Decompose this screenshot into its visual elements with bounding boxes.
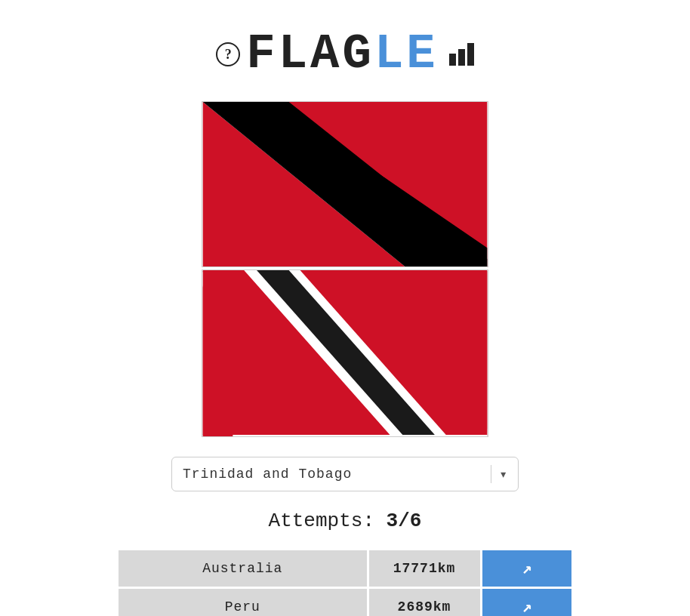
bar-2 bbox=[458, 49, 465, 66]
flag-display bbox=[202, 101, 488, 436]
app-title: FLAGLE bbox=[246, 30, 438, 79]
dropdown-selected-value: Trinidad and Tobago bbox=[183, 467, 483, 482]
title-flag: FLAG bbox=[246, 27, 374, 82]
table-row: Australia 17771km ↗ bbox=[119, 550, 571, 588]
country-dropdown[interactable]: Trinidad and Tobago ▾ bbox=[171, 457, 519, 491]
results-table: Australia 17771km ↗ Peru 2689km ↗ Trinid… bbox=[119, 550, 571, 616]
bar-3 bbox=[467, 43, 474, 66]
distance-cell: 2689km bbox=[368, 588, 481, 617]
direction-arrow-icon[interactable]: ↗ bbox=[512, 553, 542, 584]
flag-svg bbox=[202, 101, 488, 267]
country-cell: Peru bbox=[119, 588, 368, 617]
distance-cell: 17771km bbox=[368, 550, 481, 588]
table-row: Peru 2689km ↗ bbox=[119, 588, 571, 617]
dropdown-arrow-icon: ▾ bbox=[499, 466, 507, 482]
direction-cell[interactable]: ↗ bbox=[481, 550, 571, 588]
title-le: LE bbox=[374, 27, 439, 82]
country-dropdown-container: Trinidad and Tobago ▾ bbox=[171, 457, 519, 491]
stats-icon[interactable] bbox=[449, 43, 474, 66]
header: ? FLAGLE bbox=[216, 30, 473, 79]
dropdown-divider bbox=[491, 465, 491, 483]
attempts-label: Attempts: bbox=[269, 510, 374, 532]
attempts-count: 3/6 bbox=[387, 510, 422, 532]
attempts-display: Attempts: 3/6 bbox=[269, 510, 422, 532]
direction-arrow-icon[interactable]: ↗ bbox=[512, 592, 542, 616]
main-container: ? FLAGLE bbox=[81, 15, 609, 616]
trinidad-tobago-flag bbox=[202, 270, 488, 436]
bar-1 bbox=[449, 54, 456, 66]
direction-cell[interactable]: ↗ bbox=[481, 588, 571, 617]
help-icon[interactable]: ? bbox=[216, 42, 240, 66]
country-cell: Australia bbox=[119, 550, 368, 588]
